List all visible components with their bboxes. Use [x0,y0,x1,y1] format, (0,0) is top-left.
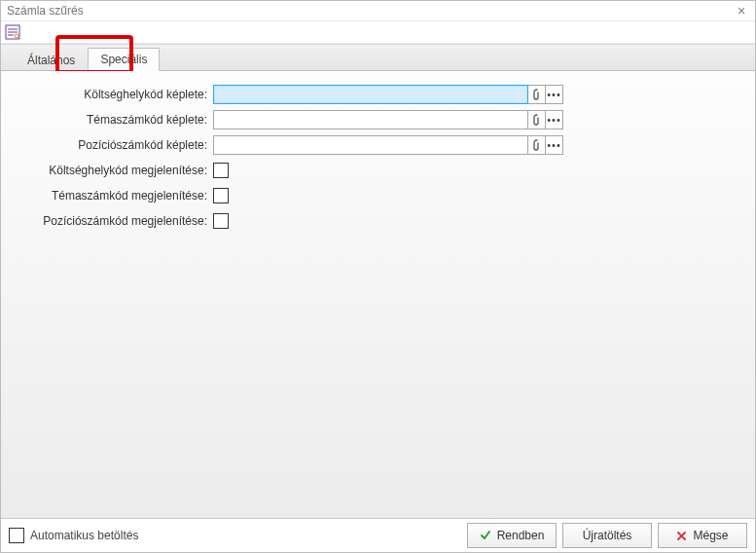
label-cost-code-formula: Költséghelykód képlete: [1,88,213,101]
ellipsis-icon[interactable]: ••• [546,110,563,129]
row-cost-code-display: Költséghelykód megjelenítése: [1,159,755,182]
tab-strip: Általános Speciális [1,44,755,71]
footer-left: Automatikus betöltés [9,528,467,543]
cancel-button[interactable]: Mégse [658,523,747,548]
label-topic-code-display: Témaszámkód megjelenítése: [1,189,213,203]
label-topic-code-formula: Témaszámkód képlete: [1,113,213,127]
label-cost-code-display: Költséghelykód megjelenítése: [1,164,213,177]
checkbox-position-code-display[interactable] [213,213,229,229]
form-icon[interactable] [5,24,20,40]
input-topic-code-formula[interactable] [213,110,528,129]
ellipsis-icon[interactable]: ••• [546,85,563,104]
row-topic-code-formula: Témaszámkód képlete: ••• [1,108,755,131]
row-cost-code-formula: Költséghelykód képlete: ••• [1,83,755,106]
attach-icon[interactable] [528,135,546,155]
ok-button[interactable]: Rendben [467,523,557,548]
label-position-code-display: Pozíciószámkód megjelenítése: [1,214,213,228]
input-position-code-formula[interactable] [213,135,528,155]
tab-special[interactable]: Speciális [88,48,160,71]
attach-icon[interactable] [528,110,546,129]
x-icon [676,531,687,541]
field-cost-code-formula: ••• [213,85,563,104]
input-cost-code-formula[interactable] [213,85,528,104]
window-title: Számla szűrés [7,4,734,18]
footer-bar: Automatikus betöltés Rendben Újratöltés … [1,518,755,552]
row-position-code-formula: Pozíciószámkód képlete: ••• [1,133,755,157]
row-position-code-display: Pozíciószámkód megjelenítése: [1,209,755,233]
tab-general-label: Általános [27,54,75,67]
field-position-code-formula: ••• [213,135,563,155]
checkbox-cost-code-display[interactable] [213,163,229,178]
close-icon[interactable]: × [734,3,749,18]
toolbar [1,20,755,44]
cancel-button-label: Mégse [693,529,728,542]
ellipsis-icon[interactable]: ••• [546,135,563,155]
tab-general[interactable]: Általános [15,49,88,71]
label-auto-load: Automatikus betöltés [30,529,138,542]
reload-button-label: Újratöltés [583,529,632,542]
checkbox-topic-code-display[interactable] [213,188,229,203]
tab-panel-special: Költséghelykód képlete: ••• Témaszámkód … [1,71,755,518]
tab-special-label: Speciális [100,53,147,66]
footer-right: Rendben Újratöltés Mégse [467,523,747,548]
dialog-window: Számla szűrés × Általános Speciális Költ… [0,0,756,553]
check-icon [480,530,491,541]
label-position-code-formula: Pozíciószámkód képlete: [1,138,213,152]
field-topic-code-formula: ••• [213,110,563,129]
reload-button[interactable]: Újratöltés [562,523,652,548]
attach-icon[interactable] [528,85,546,104]
row-topic-code-display: Témaszámkód megjelenítése: [1,184,755,207]
ok-button-label: Rendben [497,529,545,542]
checkbox-auto-load[interactable] [9,528,24,543]
titlebar: Számla szűrés × [1,1,755,20]
